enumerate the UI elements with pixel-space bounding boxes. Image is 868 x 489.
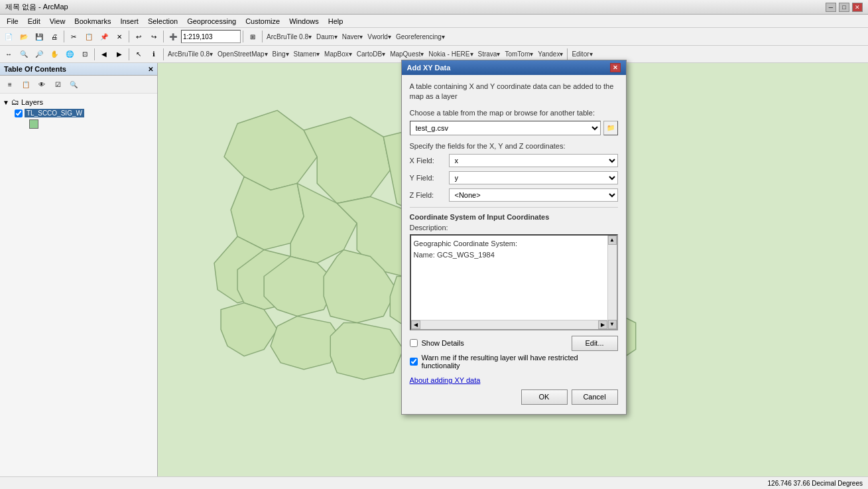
menu-help[interactable]: Help	[324, 16, 347, 27]
hscroll-right-button[interactable]: ▶	[598, 320, 607, 329]
y-field-select[interactable]: y	[449, 171, 618, 184]
sep9	[567, 48, 568, 60]
tb-globe[interactable]: 🌐	[62, 47, 77, 62]
tb-select[interactable]: ↖	[131, 47, 146, 62]
menu-bookmarks[interactable]: Bookmarks	[70, 16, 115, 27]
tb-zoom-out[interactable]: 🔎	[32, 47, 46, 62]
svg-marker-1	[304, 117, 390, 203]
table-select[interactable]: test_g.csv	[410, 121, 601, 135]
menu-selection[interactable]: Selection	[144, 16, 182, 27]
tb-delete[interactable]: ✕	[112, 29, 127, 44]
toc-toolbar: ≡ 📋 👁 ☑ 🔍	[0, 76, 157, 94]
toc-panel: Table Of Contents ✕ ≡ 📋 👁 ☑ 🔍 ▼ 🗂 Layers…	[0, 63, 158, 476]
scale-input[interactable]	[181, 30, 241, 43]
toc-sel-btn[interactable]: ☑	[50, 77, 65, 92]
toc-search-btn[interactable]: 🔍	[66, 77, 81, 92]
show-details-checkbox[interactable]	[410, 339, 418, 347]
menu-geoprocessing[interactable]: Geoprocessing	[183, 16, 240, 27]
ok-button[interactable]: OK	[521, 389, 568, 405]
z-field-label: Z Field:	[410, 191, 446, 199]
arcbrutile-btn[interactable]: ArcBruTile 0.8▾	[265, 33, 314, 40]
edit-button[interactable]: Edit...	[572, 336, 618, 351]
layers-expand-icon[interactable]: ▼	[3, 99, 9, 106]
toc-header: Table Of Contents ✕	[0, 63, 157, 76]
arcbrutile2-btn[interactable]: ArcBruTile 0.8▾	[166, 50, 215, 58]
tb-navigate[interactable]: ↔	[1, 47, 16, 62]
tb-zoom-full[interactable]: ⊞	[245, 29, 260, 44]
tb-print[interactable]: 🖨	[47, 29, 62, 44]
tb-forward[interactable]: ▶	[112, 47, 127, 62]
tomtom-btn[interactable]: TomTom▾	[503, 50, 535, 58]
strava-btn[interactable]: Strava▾	[476, 50, 503, 58]
tb-redo[interactable]: ↪	[147, 29, 161, 44]
tb-zoom-in[interactable]: 🔍	[17, 47, 31, 62]
tb-paste[interactable]: 📌	[97, 29, 111, 44]
menubar: File Edit View Bookmarks Insert Selectio…	[0, 15, 868, 28]
yandex-btn[interactable]: Yandex▾	[536, 50, 565, 58]
desc-hscrollbar[interactable]: ◀ ▶	[411, 320, 607, 329]
sep4	[243, 31, 243, 42]
nokia-btn[interactable]: Nokia - HERE▾	[426, 50, 475, 58]
menu-file[interactable]: File	[3, 16, 23, 27]
hscroll-left-button[interactable]: ◀	[411, 320, 420, 329]
titlebar-title: 제목 없음 - ArcMap	[5, 2, 68, 12]
browse-button[interactable]: 📁	[603, 121, 618, 135]
minimize-button[interactable]: ─	[826, 3, 836, 12]
tb-copy[interactable]: 📋	[82, 29, 96, 44]
stamen-btn[interactable]: Stamen▾	[292, 50, 322, 58]
menu-windows[interactable]: Windows	[285, 16, 323, 27]
mapbox-btn[interactable]: MapBox▾	[322, 50, 354, 58]
toc-source-btn[interactable]: 📋	[19, 77, 33, 92]
naver-btn[interactable]: Naver▾	[340, 33, 365, 40]
vscroll-down-button[interactable]: ▼	[608, 320, 617, 329]
titlebar-controls: ─ □ ✕	[826, 3, 863, 12]
warn-row: Warn me if the resulting layer will have…	[410, 354, 618, 370]
tb-new[interactable]: 📄	[1, 29, 16, 44]
vscroll-up-button[interactable]: ▲	[608, 236, 617, 245]
x-field-select[interactable]: x	[449, 154, 618, 167]
toc-close-button[interactable]: ✕	[148, 66, 153, 73]
dialog-close-button[interactable]: ✕	[610, 63, 621, 72]
menu-view[interactable]: View	[46, 16, 70, 27]
tb-info[interactable]: ℹ	[147, 47, 161, 62]
daum-btn[interactable]: Daum▾	[314, 33, 340, 40]
toc-vis-btn[interactable]: 👁	[34, 77, 49, 92]
bing-btn[interactable]: Bing▾	[271, 50, 291, 58]
about-xy-link[interactable]: About adding XY data	[410, 376, 481, 384]
layer-name[interactable]: TL_SCCO_SIG_W	[25, 109, 84, 117]
vscroll-track	[608, 245, 617, 320]
desc-vscrollbar[interactable]: ▲ ▼	[607, 236, 617, 329]
tb-back[interactable]: ◀	[97, 47, 111, 62]
tb-cut[interactable]: ✂	[66, 29, 81, 44]
mapquest-btn[interactable]: MapQuest▾	[388, 50, 426, 58]
tb-pan[interactable]: ✋	[47, 47, 62, 62]
close-window-button[interactable]: ✕	[852, 3, 863, 12]
menu-insert[interactable]: Insert	[116, 16, 143, 27]
tb-add-data[interactable]: ➕	[166, 29, 180, 44]
openstreet-btn[interactable]: OpenStreetMap▾	[216, 50, 270, 58]
tb-undo[interactable]: ↩	[131, 29, 146, 44]
tb-open[interactable]: 📂	[17, 29, 31, 44]
sep3	[163, 31, 164, 42]
menu-customize[interactable]: Customize	[241, 16, 284, 27]
coord-desc-text: Geographic Coordinate System: Name: GCS_…	[411, 236, 617, 264]
tb-save[interactable]: 💾	[32, 29, 46, 44]
editor-btn[interactable]: Editor▾	[570, 50, 594, 58]
maximize-button[interactable]: □	[839, 3, 849, 12]
dialog-buttons: OK Cancel	[410, 389, 618, 407]
sep5	[262, 31, 263, 42]
vworld-btn[interactable]: Vworld▾	[365, 33, 393, 40]
table-select-row: test_g.csv 📁	[410, 121, 618, 135]
cartodb-btn[interactable]: CartoDB▾	[355, 50, 387, 58]
layer-swatch-row	[3, 118, 155, 129]
warn-checkbox[interactable]	[410, 358, 418, 366]
georef-btn[interactable]: Georeferencing▾	[394, 33, 447, 40]
z-field-select[interactable]: <None>	[449, 188, 618, 202]
dialog-body: A table containing X and Y coordinate da…	[402, 75, 626, 414]
tb-extent[interactable]: ⊡	[78, 47, 92, 62]
menu-edit[interactable]: Edit	[24, 16, 44, 27]
toc-list-btn[interactable]: ≡	[3, 77, 17, 92]
cancel-button[interactable]: Cancel	[572, 389, 618, 405]
y-field-row: Y Field: y	[410, 171, 618, 184]
layer-visibility-checkbox[interactable]	[15, 109, 23, 117]
